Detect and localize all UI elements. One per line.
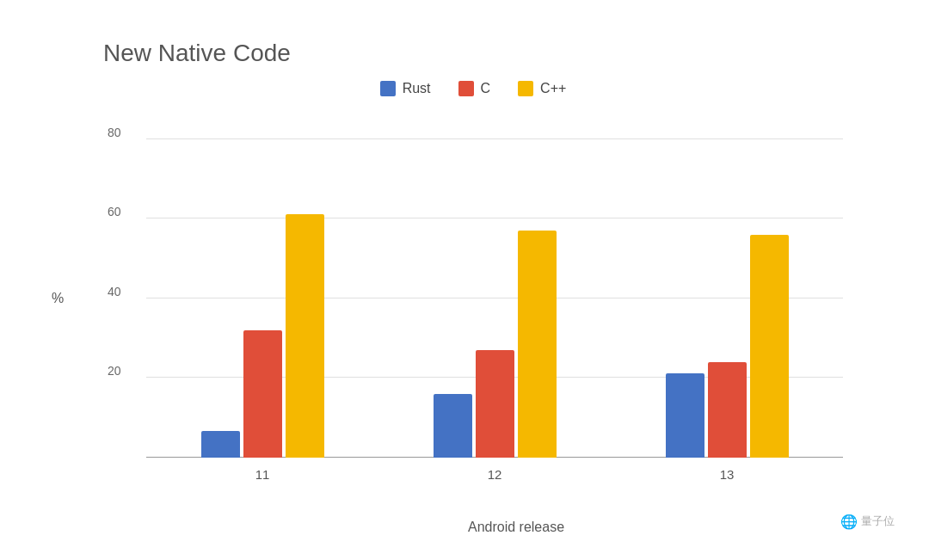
legend-color-box — [518, 81, 533, 96]
y-axis-label: % — [52, 291, 64, 306]
bar-c++ — [518, 231, 557, 458]
legend-item: C++ — [518, 81, 566, 96]
bar-c++ — [286, 214, 324, 457]
legend: Rust C C++ — [103, 81, 843, 96]
legend-item: C — [458, 81, 491, 96]
bar-rust — [666, 373, 704, 457]
grid-label: 80 — [108, 126, 121, 139]
chart-container: New Native Code Rust C C++ % 20406080 11… — [34, 22, 895, 538]
legend-item: Rust — [380, 81, 431, 96]
grid-label: 60 — [108, 205, 121, 218]
group-bars — [434, 231, 557, 458]
bar-c — [243, 330, 282, 458]
chart-title: New Native Code — [103, 40, 843, 67]
grid-label: 20 — [108, 364, 121, 378]
x-axis-label: Android release — [146, 520, 886, 535]
grid-label: 40 — [108, 285, 121, 298]
bar-c — [476, 350, 514, 458]
legend-color-box — [458, 81, 474, 96]
bar-rust — [201, 431, 240, 457]
bar-c — [708, 362, 747, 458]
bars-area: 111213 — [146, 114, 843, 458]
bar-group: 11 — [201, 214, 324, 457]
legend-label: Rust — [403, 81, 431, 96]
group-label: 13 — [666, 467, 789, 482]
bar-group: 12 — [434, 231, 557, 458]
bar-c++ — [750, 235, 789, 458]
group-bars — [666, 235, 789, 458]
group-bars — [201, 214, 324, 457]
legend-label: C — [481, 81, 491, 96]
legend-label: C++ — [540, 81, 566, 96]
group-label: 11 — [201, 467, 324, 482]
bar-group: 13 — [666, 235, 789, 458]
bar-rust — [434, 394, 472, 458]
legend-color-box — [380, 81, 396, 96]
chart-area: % 20406080 111213 Android release — [103, 114, 843, 483]
group-label: 12 — [434, 467, 557, 482]
watermark: 🌐 量子位 — [840, 514, 895, 530]
